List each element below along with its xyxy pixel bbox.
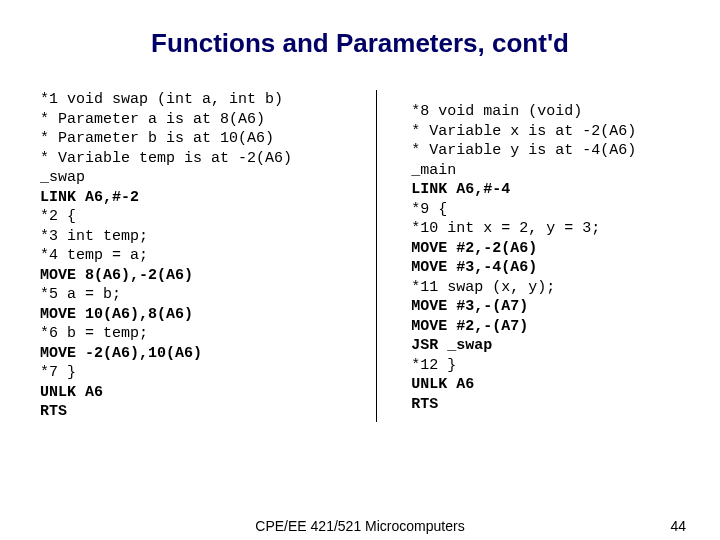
code-line: UNLK A6	[40, 383, 366, 403]
code-line: *7 }	[40, 363, 366, 383]
code-line: *10 int x = 2, y = 3;	[411, 219, 680, 239]
code-line: *12 }	[411, 356, 680, 376]
code-line: RTS	[411, 395, 680, 415]
code-line: * Variable y is at -4(A6)	[411, 141, 680, 161]
code-line: *8 void main (void)	[411, 102, 680, 122]
code-line: *3 int temp;	[40, 227, 366, 247]
code-line: *1 void swap (int a, int b)	[40, 90, 366, 110]
code-line: MOVE #3,-(A7)	[411, 297, 680, 317]
code-line: MOVE #2,-(A7)	[411, 317, 680, 337]
code-line: *11 swap (x, y);	[411, 278, 680, 298]
code-line: * Parameter b is at 10(A6)	[40, 129, 366, 149]
slide: Functions and Parameters, cont'd *1 void…	[0, 0, 720, 540]
code-line: *2 {	[40, 207, 366, 227]
code-line: * Variable x is at -2(A6)	[411, 122, 680, 142]
slide-title: Functions and Parameters, cont'd	[0, 28, 720, 59]
code-columns: *1 void swap (int a, int b)* Parameter a…	[40, 90, 680, 422]
right-code-column: *8 void main (void)* Variable x is at -2…	[377, 90, 680, 422]
code-line: UNLK A6	[411, 375, 680, 395]
code-line: MOVE -2(A6),10(A6)	[40, 344, 366, 364]
code-line: *9 {	[411, 200, 680, 220]
left-code-column: *1 void swap (int a, int b)* Parameter a…	[40, 90, 377, 422]
code-line: *5 a = b;	[40, 285, 366, 305]
code-line: LINK A6,#-4	[411, 180, 680, 200]
code-line: *6 b = temp;	[40, 324, 366, 344]
code-line: MOVE 8(A6),-2(A6)	[40, 266, 366, 286]
code-line: MOVE 10(A6),8(A6)	[40, 305, 366, 325]
code-line: MOVE #2,-2(A6)	[411, 239, 680, 259]
footer-center-text: CPE/EE 421/521 Microcomputers	[0, 518, 720, 534]
page-number: 44	[670, 518, 686, 534]
code-line: * Parameter a is at 8(A6)	[40, 110, 366, 130]
code-line: _swap	[40, 168, 366, 188]
code-line: LINK A6,#-2	[40, 188, 366, 208]
code-line: *4 temp = a;	[40, 246, 366, 266]
code-line: _main	[411, 161, 680, 181]
code-line: JSR _swap	[411, 336, 680, 356]
code-line: RTS	[40, 402, 366, 422]
code-line: * Variable temp is at -2(A6)	[40, 149, 366, 169]
code-line: MOVE #3,-4(A6)	[411, 258, 680, 278]
